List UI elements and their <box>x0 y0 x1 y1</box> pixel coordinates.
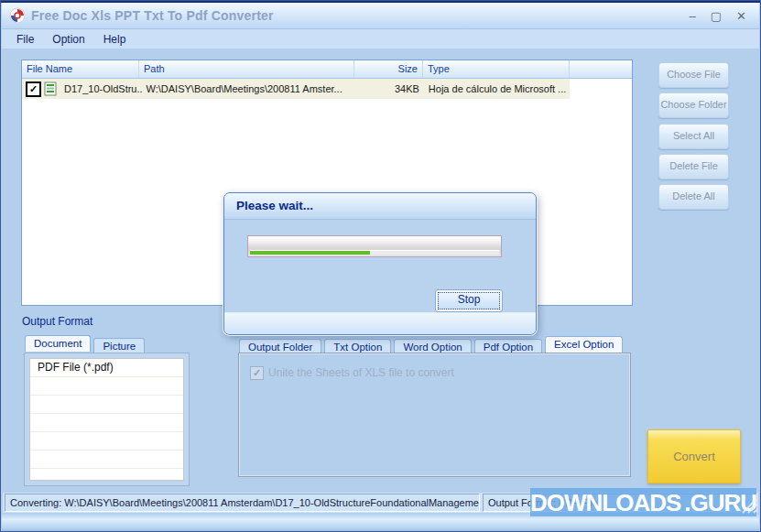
app-window: Free Doc Xls PPT Txt To Pdf Converter – … <box>0 0 761 532</box>
resize-grip[interactable] <box>734 495 757 514</box>
output-format-label: Output Format <box>22 315 92 328</box>
tab-txt-option[interactable]: Txt Option <box>324 339 391 353</box>
menu-bar: File Option Help <box>2 29 759 49</box>
downloads-guru-watermark: DOWNLOADS .GURU <box>530 488 756 516</box>
tab-word-option[interactable]: Word Option <box>394 339 471 353</box>
menu-file[interactable]: File <box>7 31 43 48</box>
tab-document[interactable]: Document <box>25 335 91 352</box>
convert-button[interactable]: Convert <box>647 429 741 483</box>
format-list[interactable]: PDF File (*.pdf) <box>29 358 184 481</box>
column-extra <box>570 60 632 78</box>
choose-file-button[interactable]: Choose File <box>658 62 729 88</box>
please-wait-dialog: Please wait... Stop <box>223 192 537 335</box>
column-file-name[interactable]: File Name <box>22 60 139 78</box>
list-item[interactable]: PDF File (*.pdf) <box>30 359 183 377</box>
progress-track <box>250 250 499 255</box>
dialog-body: Stop <box>224 220 536 314</box>
delete-all-button[interactable]: Delete All <box>658 184 729 210</box>
title-bar[interactable]: Free Doc Xls PPT Txt To Pdf Converter – … <box>2 3 759 29</box>
column-path[interactable]: Path <box>139 60 354 78</box>
select-all-button[interactable]: Select All <box>658 124 729 149</box>
column-size[interactable]: Size <box>354 60 423 78</box>
column-type[interactable]: Type <box>423 60 570 78</box>
table-row[interactable]: ✓ D17_10-OldStru... W:\DAISY\Board\Meeti… <box>22 79 570 99</box>
tab-output-folder[interactable]: Output Folder <box>239 339 321 353</box>
excel-option-panel: ✓ Unite the Sheets of XLS file to conver… <box>238 353 631 477</box>
row-checkbox[interactable]: ✓ <box>26 81 41 97</box>
format-frame: PDF File (*.pdf) <box>24 353 190 486</box>
tab-excel-option[interactable]: Excel Option <box>545 336 623 353</box>
window-title: Free Doc Xls PPT Txt To Pdf Converter <box>31 8 690 23</box>
unite-sheets-label: Unite the Sheets of XLS file to convert <box>268 366 454 379</box>
download-arrow-icon <box>681 491 683 515</box>
status-converting: Converting: W:\DAISY\Board\Meetings\2008… <box>5 494 480 512</box>
delete-file-button[interactable]: Delete File <box>658 154 729 179</box>
tab-pdf-option[interactable]: Pdf Option <box>474 339 542 353</box>
row-type: Hoja de cálculo de Microsoft ... <box>424 83 570 94</box>
dialog-footer <box>224 312 536 334</box>
app-icon <box>9 7 26 24</box>
tab-picture[interactable]: Picture <box>93 338 145 353</box>
choose-folder-button[interactable]: Choose Folder <box>658 92 729 118</box>
menu-option[interactable]: Option <box>43 31 93 48</box>
stop-button[interactable]: Stop <box>435 289 503 312</box>
file-list-header: File Name Path Size Type <box>22 60 632 79</box>
watermark-text-left: DOWNLOADS <box>530 491 680 515</box>
row-path: W:\DAISY\Board\Meetings\200811 Amster... <box>142 83 356 94</box>
row-size: 34KB <box>355 83 424 94</box>
progress-fill <box>250 251 370 255</box>
dialog-title[interactable]: Please wait... <box>224 193 536 220</box>
row-file-name: D17_10-OldStru... <box>60 83 142 94</box>
format-tabs: Document Picture <box>25 336 147 353</box>
menu-help[interactable]: Help <box>94 31 136 48</box>
unite-sheets-checkbox[interactable]: ✓ <box>250 366 264 380</box>
option-tabs: Output Folder Txt Option Word Option Pdf… <box>239 337 625 353</box>
progress-bar <box>247 235 502 257</box>
minimize-button[interactable]: – <box>690 10 696 22</box>
close-button[interactable]: ✕ <box>736 10 746 22</box>
maximize-button[interactable]: ▢ <box>711 10 722 22</box>
excel-file-icon <box>44 81 58 96</box>
